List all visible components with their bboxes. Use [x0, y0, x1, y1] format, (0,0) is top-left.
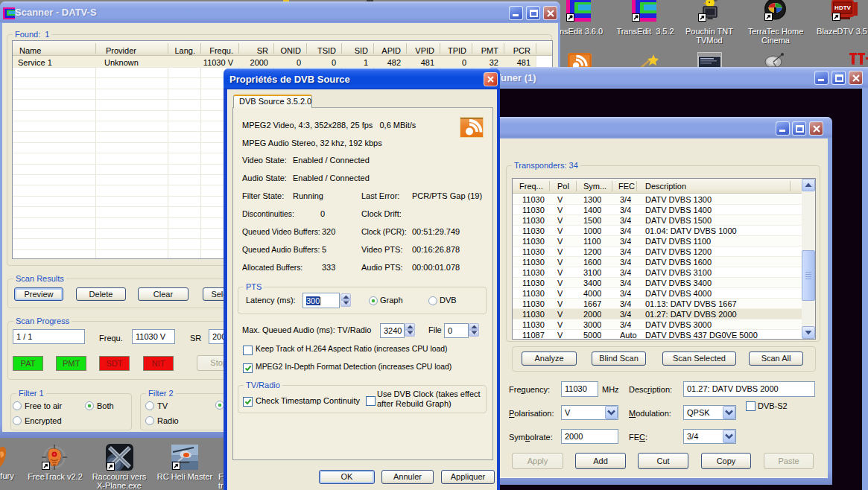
svg-text:HDTV: HDTV — [834, 4, 851, 11]
